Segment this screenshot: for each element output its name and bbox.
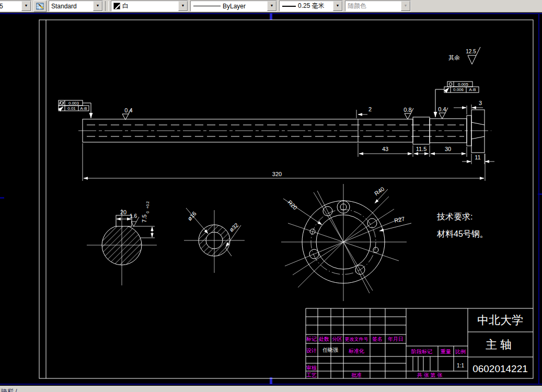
text-style-dropdown-icon[interactable]: ▼ (93, 1, 102, 11)
tech-req-body: 材料45号钢。 (436, 229, 488, 238)
object-properties-toolbar: 5 ▼ Standard ▼ 白 ▼ ByLayer ▼ (0, 0, 542, 13)
runout1-datum: A-B (80, 106, 87, 111)
tb-label-standard: 标准化 (348, 348, 364, 354)
tb-scale-value: 1:1 (457, 363, 464, 368)
default-roughness-prefix: 其余 (448, 54, 460, 61)
text-style-icon (36, 2, 44, 10)
tb-designer-name: 任晓强 (322, 347, 338, 353)
command-statusbar[interactable]: 骑栏 / (0, 386, 542, 392)
text-style-button[interactable] (33, 1, 47, 12)
tb-label-sign: 签名 (372, 336, 383, 342)
linetype-combo-value: ByLayer (221, 3, 248, 10)
tb-label-design: 设计 (306, 348, 317, 353)
lineweight-combo[interactable]: 0.25 毫米 ▼ (279, 1, 343, 11)
tb-label-date: 年月日 (388, 336, 403, 342)
roughness-right-value: 0.4 (438, 106, 446, 112)
statusbar-text: 骑栏 / (1, 387, 542, 392)
circularity-value: 0.005 (458, 82, 469, 87)
tb-label-docno: 更改文件号 (345, 337, 368, 342)
plotstyle-dropdown-icon: ▼ (401, 1, 410, 11)
model-space-background[interactable] (0, 12, 542, 386)
linetype-combo[interactable]: ByLayer ▼ (190, 1, 277, 11)
keyway-roughness: 1.6 (130, 213, 137, 219)
cylindricity-value: 0.003 (68, 101, 79, 106)
tb-drawing-number: 0602014221 (472, 363, 528, 374)
color-combo[interactable]: 白 ▼ (111, 1, 188, 11)
text-style-combo[interactable]: Standard ▼ (49, 1, 103, 11)
lineweight-combo-value: 0.25 毫米 (296, 2, 327, 10)
dim-43: 43 (382, 146, 388, 152)
dim-11-5: 11.5 (416, 146, 427, 152)
layer-combo[interactable]: 5 ▼ (0, 1, 31, 11)
dim-overall-length: 320 (272, 171, 282, 177)
text-style-combo-value: Standard (49, 3, 79, 10)
tb-label-approve: 批准 (351, 372, 362, 378)
drawing-canvas[interactable]: 320 43 11.5 30 11 3 2 0.4 0.8 0.4 12.5 其… (0, 0, 542, 392)
tb-label-stage: 阶段标记 (411, 349, 432, 354)
tech-req-title: 技术要求: (436, 212, 472, 221)
tb-label-mark: 标记 (306, 336, 317, 342)
svg-text:0: 0 (146, 211, 149, 213)
roughness-mid-value: 0.8 (403, 107, 411, 113)
tb-label-audit: 审核 (306, 365, 317, 371)
color-swatch-icon (113, 3, 120, 9)
layer-combo-dropdown-icon[interactable]: ▼ (21, 1, 31, 11)
runout2-value: 0.006 (453, 87, 464, 92)
dim-11: 11 (475, 154, 480, 160)
layer-combo-value: 5 (0, 3, 5, 10)
svg-text:+0.2: +0.2 (146, 201, 149, 209)
color-dropdown-icon[interactable]: ▼ (178, 1, 188, 11)
dim-3: 3 (479, 100, 482, 106)
plotstyle-combo: 随颜色 ▼ (345, 1, 411, 11)
tb-school-name: 中北大学 (477, 314, 523, 327)
runout2-datum: A-B (469, 87, 476, 92)
color-combo-value: 白 (120, 2, 131, 10)
cad-application-window: 5 ▼ Standard ▼ 白 ▼ ByLayer ▼ (0, 0, 542, 392)
linetype-sample-icon (193, 6, 221, 6)
default-roughness-value: 12.5 (466, 49, 476, 54)
tb-label-weight: 重量 (440, 349, 451, 354)
tb-label-zone: 分区 (332, 336, 342, 342)
dim-30: 30 (445, 146, 451, 152)
plotstyle-combo-value: 随颜色 (345, 2, 368, 10)
runout1-value: 0.01 (67, 106, 76, 111)
linetype-dropdown-icon[interactable]: ▼ (267, 1, 276, 11)
dim-2: 2 (368, 106, 372, 112)
tb-label-count: 处数 (319, 336, 329, 342)
viewport-top-tick (270, 13, 272, 20)
tb-label-scale: 比例 (455, 349, 466, 354)
tb-label-sheets: 共 张 第 张 (417, 372, 442, 378)
lineweight-dropdown-icon[interactable]: ▼ (333, 1, 342, 11)
tb-label-process: 工艺 (306, 372, 317, 378)
keyway-width: 20 (120, 209, 126, 215)
svg-text:7.5: 7.5 (141, 214, 147, 222)
lineweight-sample-icon (282, 6, 296, 7)
roughness-left-value: 0.4 (124, 107, 132, 113)
toolbar-separator (105, 1, 109, 11)
tb-part-name: 主轴 (486, 338, 515, 351)
